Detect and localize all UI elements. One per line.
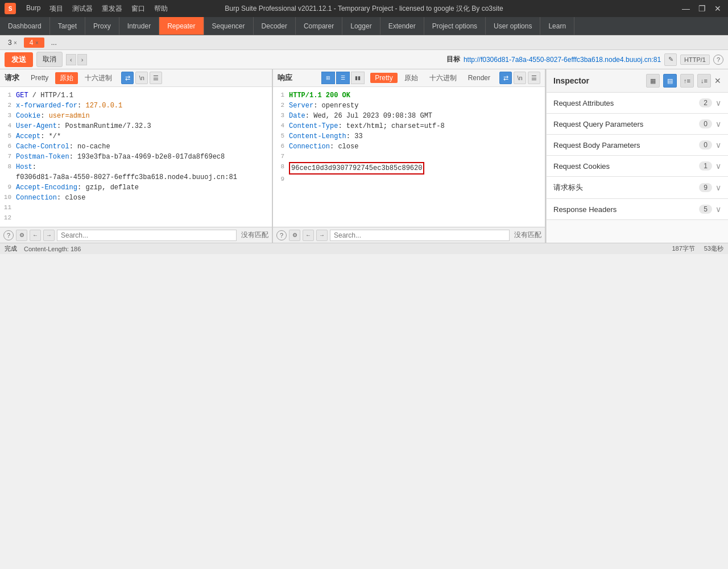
request-newline-icon[interactable]: \n (135, 72, 148, 84)
menu-project[interactable]: 项目 (46, 3, 67, 15)
inspector-sort-desc-icon[interactable]: ↓≡ (697, 74, 711, 88)
inspector-query-params[interactable]: Request Query Parameters 0 ∨ (547, 114, 728, 135)
response-tab-raw[interactable]: 原始 (400, 72, 423, 84)
resp-line-8: 8 96cec10d3d9307792745ec3b85c89620 (275, 162, 543, 175)
maximize-button[interactable]: ❐ (696, 4, 708, 13)
tab-dashboard[interactable]: Dashboard (0, 17, 50, 35)
menu-burp[interactable]: Burp (23, 3, 44, 15)
tab-project-options[interactable]: Project options (424, 17, 486, 35)
response-pane-header: 响应 ⊞ ☰ ▮▮ Pretty 原始 十六进制 Render ⇄ \n ☰ (273, 69, 545, 87)
target-url: http://f0306d81-7a8a-4550-8027-6efffc3ba… (464, 56, 661, 64)
response-search-next-icon[interactable]: → (316, 230, 328, 241)
inspector-request-attributes[interactable]: Request Attributes 2 ∨ (547, 93, 728, 114)
tab-target[interactable]: Target (50, 17, 85, 35)
request-tab-hex[interactable]: 十六进制 (80, 72, 117, 84)
title-bar: S Burp 项目 测试器 重发器 窗口 帮助 Burp Suite Profe… (0, 0, 728, 17)
minimize-button[interactable]: — (680, 4, 692, 13)
toolbar: 发送 取消 ‹ › 目标 http://f0306d81-7a8a-4550-8… (0, 50, 728, 69)
inspector-pane: Inspector ▦ ▤ ↑≡ ↓≡ ✕ Request Attributes… (546, 69, 728, 243)
close-tab-3[interactable]: × (14, 40, 17, 46)
window-controls: — ❐ ✕ (680, 4, 723, 13)
response-pane: 响应 ⊞ ☰ ▮▮ Pretty 原始 十六进制 Render ⇄ \n ☰ 1… (273, 69, 546, 243)
status-right: 187字节 53毫秒 (672, 244, 723, 253)
inspector-cookies-chevron: ∨ (715, 161, 721, 171)
response-view-horiz-icon[interactable]: ☰ (336, 72, 350, 84)
response-view-split-icon[interactable]: ⊞ (321, 72, 335, 84)
cancel-button[interactable]: 取消 (36, 52, 63, 67)
request-wrap-icon[interactable]: ⇄ (121, 72, 134, 84)
close-button[interactable]: ✕ (712, 4, 723, 13)
next-button[interactable]: › (77, 54, 88, 65)
help-icon[interactable]: ? (713, 55, 723, 65)
repeater-tab-4[interactable]: 4 × (24, 38, 44, 48)
resp-line-7: 7 (275, 152, 543, 162)
request-tab-raw[interactable]: 原始 (55, 72, 78, 84)
inspector-body-params[interactable]: Request Body Parameters 0 ∨ (547, 135, 728, 156)
response-menu-icon[interactable]: ☰ (528, 72, 540, 84)
request-bottom-toolbar: ? ⚙ ← → 没有匹配 (0, 227, 272, 243)
tab-sequencer[interactable]: Sequencer (204, 17, 254, 35)
prev-button[interactable]: ‹ (66, 54, 76, 65)
response-view-vert-icon[interactable]: ▮▮ (351, 72, 365, 84)
request-search-next-icon[interactable]: → (43, 230, 55, 241)
inspector-title: Inspector (553, 76, 643, 85)
response-search-settings-icon[interactable]: ⚙ (289, 230, 300, 241)
tab-repeater[interactable]: Repeater (159, 17, 204, 35)
send-button[interactable]: 发送 (5, 52, 33, 67)
tab-proxy[interactable]: Proxy (85, 17, 119, 35)
menu-resender[interactable]: 重发器 (98, 3, 126, 15)
response-tab-pretty[interactable]: Pretty (370, 73, 397, 83)
menu-tester[interactable]: 测试器 (69, 3, 96, 15)
inspector-cookies[interactable]: Request Cookies 1 ∨ (547, 156, 728, 177)
response-search-prev-icon[interactable]: ← (303, 230, 314, 241)
inspector-grid-icon[interactable]: ▦ (646, 74, 660, 88)
response-code-area: 1 HTTP/1.1 200 OK 2 Server: openresty 3 … (273, 87, 545, 227)
request-search-input[interactable] (57, 230, 237, 241)
close-tab-4[interactable]: × (35, 40, 39, 46)
response-tab-render[interactable]: Render (464, 73, 495, 83)
inspector-list-icon[interactable]: ▤ (663, 74, 677, 88)
req-line-8b: f0306d81-7a8a-4550-8027-6efffc3ba618.nod… (2, 172, 270, 182)
req-line-2: 2 x-forwarded-for: 127.0.0.1 (2, 101, 270, 111)
response-search-input[interactable] (330, 230, 510, 241)
nav-tabs: Dashboard Target Proxy Intruder Repeater… (0, 17, 728, 35)
response-view-toggle: ⊞ ☰ ▮▮ (321, 72, 365, 84)
response-wrap-icon[interactable]: ⇄ (499, 72, 512, 84)
request-search-help-icon[interactable]: ? (3, 230, 14, 240)
inspector-sort-asc-icon[interactable]: ↑≡ (680, 74, 694, 88)
tab-logger[interactable]: Logger (342, 17, 380, 35)
request-search-settings-icon[interactable]: ⚙ (16, 230, 27, 241)
tab-comparer[interactable]: Comparer (296, 17, 342, 35)
req-line-1: 1 GET / HTTP/1.1 (2, 90, 270, 101)
tab-extender[interactable]: Extender (380, 17, 424, 35)
burp-logo: S (5, 3, 16, 14)
repeater-tab-3[interactable]: 3 × (2, 38, 23, 48)
inspector-body-params-label: Request Body Parameters (553, 141, 699, 149)
inspector-close-button[interactable]: ✕ (714, 76, 721, 85)
inspector-request-headers[interactable]: 请求标头 9 ∨ (547, 177, 728, 199)
title-bar-menu: Burp 项目 测试器 重发器 窗口 帮助 (23, 3, 171, 15)
inspector-response-headers-label: Response Headers (553, 205, 699, 214)
tab-learn[interactable]: Learn (540, 17, 574, 35)
inspector-response-headers[interactable]: Response Headers 5 ∨ (547, 199, 728, 220)
request-search-prev-icon[interactable]: ← (30, 230, 41, 241)
tab-intruder[interactable]: Intruder (119, 17, 159, 35)
req-line-10: 10 Connection: close (2, 193, 270, 203)
response-tab-hex[interactable]: 十六进制 (425, 72, 461, 84)
request-menu-icon[interactable]: ☰ (150, 72, 162, 84)
menu-help[interactable]: 帮助 (151, 3, 171, 15)
inspector-request-attributes-count: 2 (699, 98, 712, 107)
tab-decoder[interactable]: Decoder (254, 17, 296, 35)
http-version-badge: HTTP/1 (680, 55, 710, 65)
response-newline-icon[interactable]: \n (514, 72, 526, 84)
tab-user-options[interactable]: User options (486, 17, 540, 35)
response-search-help-icon[interactable]: ? (276, 230, 287, 240)
toolbar-target: 目标 http://f0306d81-7a8a-4550-8027-6efffc… (446, 53, 723, 66)
menu-window[interactable]: 窗口 (128, 3, 148, 15)
app-title: Burp Suite Professional v2021.12.1 - Tem… (225, 4, 503, 14)
repeater-tab-more[interactable]: ... (46, 38, 63, 48)
response-bottom-toolbar: ? ⚙ ← → 没有匹配 (273, 227, 545, 243)
request-tab-pretty[interactable]: Pretty (26, 73, 53, 83)
edit-target-icon[interactable]: ✎ (664, 53, 677, 66)
status-bytes: 187字节 (672, 244, 694, 253)
